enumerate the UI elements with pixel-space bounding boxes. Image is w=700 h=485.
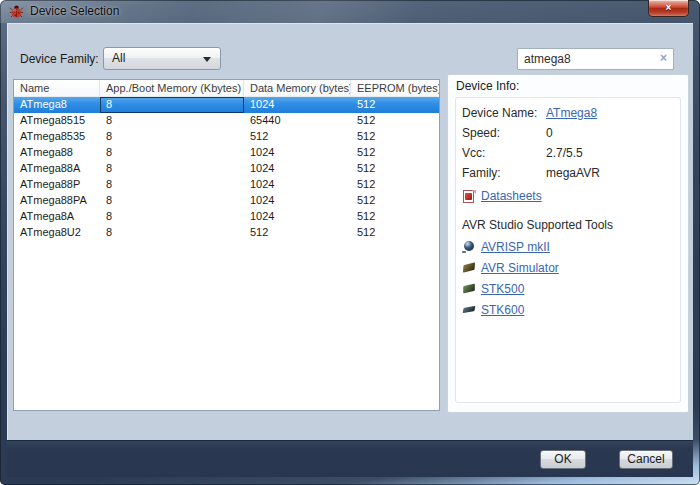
cell-eeprom: 512 (351, 193, 439, 209)
cell-app-boot: 8 (100, 161, 244, 177)
stk600-link[interactable]: STK600 (481, 303, 524, 317)
pdf-icon (462, 190, 477, 203)
cell-data-mem: 1024 (244, 145, 351, 161)
datasheets-link[interactable]: Datasheets (481, 189, 542, 203)
table-row[interactable]: ATmega88A 8 1024 512 (14, 161, 439, 177)
clear-search-icon[interactable]: × (660, 51, 667, 65)
cell-app-boot: 8 (100, 145, 244, 161)
cell-name: ATmega8A (14, 209, 100, 225)
titlebar[interactable]: Device Selection × (0, 0, 700, 23)
cell-eeprom: 512 (351, 209, 439, 225)
cell-app-boot: 8 (100, 209, 244, 225)
cell-name: ATmega88PA (14, 193, 100, 209)
close-icon: × (666, 2, 672, 13)
cell-name: ATmega8U2 (14, 225, 100, 241)
cell-data-mem: 1024 (244, 97, 351, 113)
avrisp-programmer-icon (462, 240, 477, 253)
table-row[interactable]: ATmega8 8 1024 512 (14, 97, 439, 113)
field-device-name: Device Name: ATmega8 (462, 106, 676, 126)
field-label: Vcc: (462, 146, 546, 160)
column-header-app-boot-memory[interactable]: App./Boot Memory (Kbytes) (100, 80, 244, 96)
table-row[interactable]: ATmega8535 8 512 512 (14, 129, 439, 145)
cell-eeprom: 512 (351, 145, 439, 161)
device-family-selected-value: All (112, 51, 125, 65)
cell-data-mem: 1024 (244, 193, 351, 209)
window-title: Device Selection (30, 4, 119, 18)
device-selection-dialog: Device Selection × Device Family: All × … (0, 0, 700, 485)
field-family: Family: megaAVR (462, 166, 676, 186)
table-row[interactable]: ATmega88 8 1024 512 (14, 145, 439, 161)
field-label: Speed: (462, 126, 546, 140)
cell-eeprom: 512 (351, 113, 439, 129)
cell-data-mem: 1024 (244, 161, 351, 177)
dialog-footer: OK Cancel (7, 440, 693, 477)
table-row[interactable]: ATmega8A 8 1024 512 (14, 209, 439, 225)
cell-eeprom: 512 (351, 225, 439, 241)
cell-name: ATmega8535 (14, 129, 100, 145)
avr-simulator-icon (462, 261, 477, 274)
column-header-eeprom[interactable]: EEPROM (bytes) (351, 80, 439, 96)
stk600-board-icon (462, 303, 477, 316)
cell-app-boot: 8 (100, 177, 244, 193)
search-input[interactable] (524, 51, 644, 67)
cell-name: ATmega88 (14, 145, 100, 161)
field-value: 2.7/5.5 (546, 146, 583, 160)
datasheets-row: Datasheets (462, 186, 676, 206)
cell-data-mem: 65440 (244, 113, 351, 129)
cell-name: ATmega8515 (14, 113, 100, 129)
supported-tools-title: AVR Studio Supported Tools (462, 218, 676, 236)
field-speed: Speed: 0 (462, 126, 676, 146)
cell-data-mem: 1024 (244, 177, 351, 193)
tool-row-simulator: AVR Simulator (462, 257, 676, 278)
device-family-dropdown[interactable]: All (103, 47, 221, 70)
tool-row-avrisp: AVRISP mkII (462, 236, 676, 257)
cell-app-boot: 8 (100, 193, 244, 209)
cell-name: ATmega8 (14, 97, 100, 113)
avr-simulator-link[interactable]: AVR Simulator (481, 261, 559, 275)
ok-button[interactable]: OK (540, 450, 586, 469)
column-header-name[interactable]: Name (14, 80, 100, 96)
device-search-box: × (517, 48, 674, 70)
table-row[interactable]: ATmega88P 8 1024 512 (14, 177, 439, 193)
field-value: 0 (546, 126, 553, 140)
tool-row-stk500: STK500 (462, 278, 676, 299)
cancel-button[interactable]: Cancel (619, 450, 673, 469)
field-label: Device Name: (462, 106, 546, 120)
avrisp-mkii-link[interactable]: AVRISP mkII (481, 240, 550, 254)
cell-eeprom: 512 (351, 97, 439, 113)
table-row[interactable]: ATmega8515 8 65440 512 (14, 113, 439, 129)
cell-name: ATmega88A (14, 161, 100, 177)
chevron-down-icon (203, 57, 211, 62)
table-header-row: Name App./Boot Memory (Kbytes) Data Memo… (14, 80, 439, 97)
cell-data-mem: 512 (244, 129, 351, 145)
column-header-data-memory[interactable]: Data Memory (bytes) (244, 80, 351, 96)
table-row[interactable]: ATmega88PA 8 1024 512 (14, 193, 439, 209)
cell-eeprom: 512 (351, 129, 439, 145)
cell-eeprom: 512 (351, 161, 439, 177)
table-row[interactable]: ATmega8U2 8 512 512 (14, 225, 439, 241)
stk500-link[interactable]: STK500 (481, 282, 524, 296)
field-vcc: Vcc: 2.7/5.5 (462, 146, 676, 166)
cell-app-boot: 8 (100, 129, 244, 145)
cell-app-boot: 8 (100, 97, 244, 113)
cell-data-mem: 1024 (244, 209, 351, 225)
device-info-box: Device Name: ATmega8 Speed: 0 Vcc: 2.7/5… (455, 97, 681, 403)
device-table: Name App./Boot Memory (Kbytes) Data Memo… (13, 79, 440, 411)
cell-app-boot: 8 (100, 113, 244, 129)
cell-eeprom: 512 (351, 177, 439, 193)
cell-name: ATmega88P (14, 177, 100, 193)
tool-row-stk600: STK600 (462, 299, 676, 320)
field-label: Family: (462, 166, 546, 180)
stk500-board-icon (462, 282, 477, 295)
device-name-link[interactable]: ATmega8 (546, 106, 597, 120)
dialog-client-area: Device Family: All × Name App./Boot Memo… (7, 23, 693, 477)
device-family-label: Device Family: (20, 52, 99, 66)
device-info-panel: Device Info: Device Name: ATmega8 Speed:… (447, 74, 689, 413)
cell-app-boot: 8 (100, 225, 244, 241)
cell-data-mem: 512 (244, 225, 351, 241)
field-value: megaAVR (546, 166, 600, 180)
device-info-title: Device Info: (456, 79, 519, 93)
avr-bug-app-icon[interactable] (9, 4, 24, 19)
close-button[interactable]: × (648, 0, 689, 17)
